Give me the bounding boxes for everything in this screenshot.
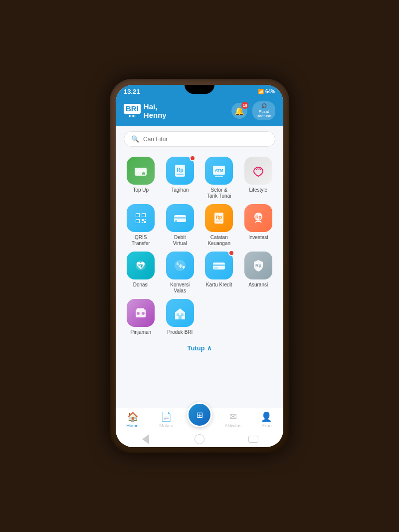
- tagihan-notification-dot: [190, 155, 196, 161]
- svg-rect-21: [174, 217, 186, 219]
- svg-text:+: +: [143, 173, 145, 176]
- headset-icon: 🎧: [261, 103, 267, 108]
- qris-label: QRISTransfer: [132, 235, 150, 247]
- lifestyle-label: Lifestyle: [249, 187, 267, 193]
- svg-text:Rp: Rp: [139, 264, 143, 267]
- nav-mutasi[interactable]: 📄 Mutasi: [149, 411, 183, 428]
- notch: [185, 85, 214, 94]
- home-nav-label: Home: [127, 423, 139, 428]
- menu-item-kartu[interactable]: Kartu Kredit: [202, 252, 236, 294]
- mo-text: mo: [124, 114, 141, 118]
- phone-screen: 13.21 📶 64% BRI mo Hai, Henny: [116, 85, 283, 447]
- menu-item-tagihan[interactable]: Rp Tagihan: [163, 157, 198, 199]
- app-header: BRI mo Hai, Henny 🔔 19 🎧 PusatBant: [116, 97, 283, 126]
- nav-aktivitas[interactable]: ✉ Aktivitas: [216, 411, 250, 428]
- svg-rect-38: [137, 308, 144, 310]
- menu-item-catatan[interactable]: Rp CatatanKeuangan: [202, 204, 236, 247]
- debit-icon: [166, 204, 194, 232]
- menu-item-investasi[interactable]: Rp Investasi: [241, 204, 276, 247]
- menu-item-produk[interactable]: Produk BRI: [163, 299, 198, 335]
- pinjaman-icon: [127, 299, 155, 327]
- svg-rect-43: [181, 313, 184, 316]
- svg-rect-1: [135, 170, 147, 172]
- pinjaman-label: Pinjaman: [130, 329, 151, 335]
- chevron-up-icon: ∧: [207, 344, 212, 352]
- svg-text:Rp: Rp: [255, 215, 261, 220]
- battery-icon: 64%: [265, 89, 275, 94]
- menu-item-debit[interactable]: DebitVirtual: [163, 204, 198, 247]
- signal-icon: 📶: [258, 89, 264, 94]
- menu-item-qris[interactable]: QRISTransfer: [124, 204, 158, 247]
- help-label: PusatBantuan: [256, 109, 271, 118]
- setor-icon: ATM: [205, 157, 233, 185]
- konversi-icon: $Rp: [166, 252, 194, 279]
- qr-scan-button[interactable]: ⊞: [187, 402, 212, 427]
- catatan-label: CatatanKeuangan: [207, 235, 230, 247]
- investasi-icon: Rp: [244, 204, 272, 232]
- nav-akun[interactable]: 👤 Akun: [250, 411, 283, 428]
- phone-frame: 13.21 📶 64% BRI mo Hai, Henny: [110, 79, 289, 453]
- svg-text:Rp: Rp: [216, 215, 222, 220]
- svg-point-40: [142, 312, 145, 315]
- svg-rect-19: [144, 221, 146, 223]
- svg-rect-34: [213, 265, 225, 266]
- svg-text:Rp: Rp: [255, 263, 261, 268]
- investasi-label: Investasi: [248, 235, 268, 241]
- setor-label: Setor &Tarik Tunai: [207, 187, 231, 199]
- notification-badge: 19: [241, 102, 248, 109]
- tutup-button[interactable]: Tutup ∧: [124, 340, 275, 356]
- svg-rect-11: [136, 214, 139, 217]
- nav-qr-center[interactable]: ⊞: [183, 412, 216, 427]
- recents-button[interactable]: [248, 436, 258, 443]
- menu-item-topup[interactable]: + Top Up: [124, 157, 158, 199]
- svg-rect-42: [177, 313, 179, 316]
- akun-nav-label: Akun: [261, 423, 272, 428]
- svg-text:Rp: Rp: [177, 167, 183, 173]
- svg-rect-16: [142, 219, 144, 221]
- topup-icon: +: [127, 157, 155, 185]
- menu-item-donasi[interactable]: Rp Donasi: [124, 252, 158, 294]
- search-input[interactable]: [143, 136, 268, 143]
- header-actions: 🔔 19 🎧 PusatBantuan: [231, 101, 275, 120]
- back-button[interactable]: [142, 434, 149, 444]
- username-label: Henny: [144, 111, 167, 119]
- menu-item-setor[interactable]: ATM Setor &Tarik Tunai: [202, 157, 236, 199]
- catatan-icon: Rp: [205, 204, 233, 232]
- tagihan-icon: Rp: [166, 157, 194, 185]
- debit-label: DebitVirtual: [173, 235, 187, 247]
- lifestyle-icon: [244, 157, 272, 185]
- produk-icon: [166, 299, 194, 327]
- svg-rect-25: [216, 221, 222, 222]
- tutup-label: Tutup: [187, 344, 204, 352]
- help-center-button[interactable]: 🎧 PusatBantuan: [252, 101, 275, 120]
- kartu-label: Kartu Kredit: [206, 282, 232, 288]
- qr-scan-icon: ⊞: [197, 410, 203, 420]
- svg-point-39: [137, 312, 140, 315]
- menu-item-lifestyle[interactable]: Lifestyle: [241, 157, 276, 199]
- konversi-label: KonversiValas: [170, 282, 190, 294]
- menu-item-pinjaman[interactable]: Pinjaman: [124, 299, 158, 335]
- svg-text:$: $: [177, 262, 179, 266]
- asuransi-icon: Rp: [244, 252, 272, 279]
- mutasi-icon: 📄: [161, 411, 172, 422]
- akun-icon: 👤: [261, 411, 272, 422]
- bottom-navigation: 🏠 Home 📄 Mutasi ⊞ ✉ Aktivitas 👤 Akun: [116, 408, 283, 431]
- asuransi-label: Asuransi: [248, 282, 268, 288]
- hai-label: Hai,: [144, 102, 167, 111]
- produk-label: Produk BRI: [167, 329, 193, 335]
- svg-point-22: [175, 220, 177, 222]
- home-button[interactable]: [195, 434, 204, 444]
- menu-item-konversi[interactable]: $Rp KonversiValas: [163, 252, 198, 294]
- svg-rect-35: [214, 267, 218, 268]
- tagihan-label: Tagihan: [171, 187, 189, 193]
- notification-bell-button[interactable]: 🔔 19: [231, 103, 247, 119]
- svg-rect-41: [179, 315, 182, 319]
- nav-home[interactable]: 🏠 Home: [116, 411, 149, 428]
- search-bar[interactable]: 🔍: [124, 131, 275, 147]
- svg-rect-13: [142, 214, 145, 217]
- bri-text: BRI: [124, 104, 141, 114]
- home-icon: 🏠: [127, 411, 138, 422]
- menu-item-asuransi[interactable]: Rp Asuransi: [241, 252, 276, 294]
- menu-grid: + Top Up Rp Tagihan ATM: [124, 157, 275, 335]
- kartu-icon: [205, 252, 233, 279]
